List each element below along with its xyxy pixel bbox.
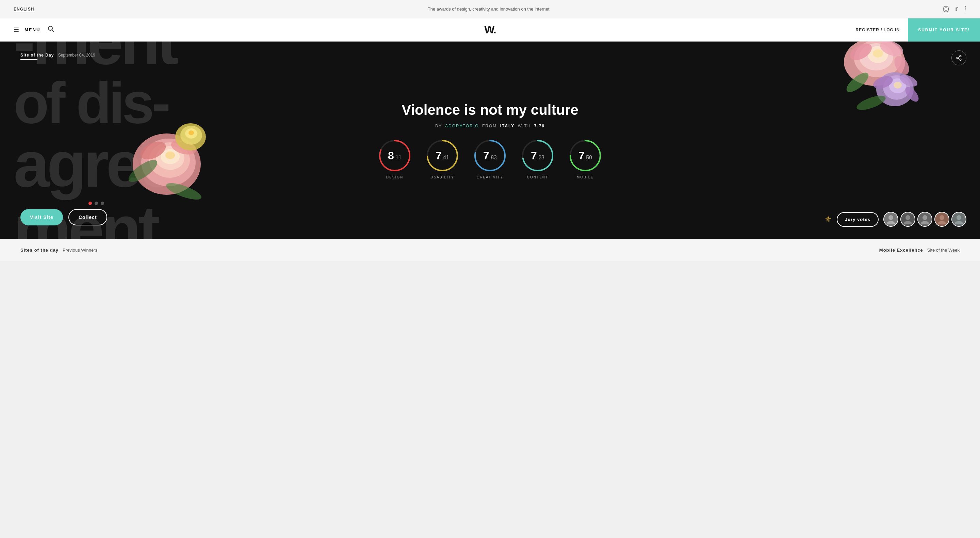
tagline: The awards of design, creativity and inn…: [428, 6, 550, 11]
hero-attribution: BY ADORATORIO FROM ITALY WITH 7.76: [378, 124, 602, 128]
nav-right-actions: REGISTER / LOG IN SUBMIT YOUR SITE!: [856, 18, 966, 42]
with-prefix: WITH: [518, 124, 531, 128]
svg-point-13: [894, 82, 902, 89]
menu-label: MENU: [24, 27, 40, 32]
svg-point-51: [904, 221, 912, 224]
slide-dot-3[interactable]: [101, 201, 104, 205]
score-circle-usability: 7.41: [425, 139, 460, 172]
avatar-4: [934, 212, 950, 227]
avatar-2: [900, 212, 915, 227]
hero-overall-score: 7.76: [534, 124, 545, 128]
svg-point-0: [48, 26, 52, 30]
svg-line-1: [52, 30, 54, 32]
svg-point-34: [956, 57, 958, 59]
flower-decoration-middle: [116, 110, 218, 205]
score-creativity: 7.83 CREATIVITY: [473, 139, 507, 179]
score-circle-creativity: 7.83: [473, 139, 507, 172]
score-value-mobile: 7.50: [579, 149, 592, 162]
score-decimal-design: .11: [394, 154, 401, 160]
svg-point-54: [940, 215, 944, 220]
previous-winners-link[interactable]: Previous Winners: [63, 247, 97, 253]
twitter-icon[interactable]: 𝕣: [955, 5, 958, 13]
from-prefix: FROM: [482, 124, 497, 128]
svg-point-53: [921, 221, 929, 224]
score-usability: 7.41 USABILITY: [425, 139, 460, 179]
score-label-content: CONTENT: [520, 176, 555, 179]
svg-point-30: [189, 131, 194, 135]
score-content: 7.23 CONTENT: [520, 139, 555, 179]
navbar: ☰ MENU W. REGISTER / LOG IN SUBMIT YOUR …: [0, 18, 980, 42]
hero-title: Violence is not my culture: [378, 102, 602, 118]
svg-point-49: [887, 221, 895, 224]
avatar-5: [951, 212, 966, 227]
by-prefix: BY: [435, 124, 442, 128]
score-circles: 8.11 DESIGN 7.41 USABILITY: [378, 139, 602, 179]
score-label-mobile: MOBILE: [568, 176, 602, 179]
svg-point-50: [905, 215, 910, 220]
hero-section: -ment of dis- agree- ment: [0, 42, 980, 239]
score-design: 8.11 DESIGN: [378, 139, 412, 179]
facebook-icon[interactable]: 𝔣: [964, 5, 966, 13]
submit-site-button[interactable]: SUBMIT YOUR SITE!: [908, 18, 980, 42]
logo-area[interactable]: W.: [484, 24, 495, 36]
svg-point-6: [873, 49, 883, 57]
site-of-week-link[interactable]: Site of the Week: [927, 247, 959, 253]
instagram-icon[interactable]: ⓒ: [943, 5, 949, 13]
slide-dot-1[interactable]: [89, 201, 92, 205]
register-login-link[interactable]: REGISTER / LOG IN: [856, 27, 900, 32]
hero-country: ITALY: [500, 124, 515, 128]
jury-votes-area: ⚜ Jury votes: [824, 212, 966, 227]
language-selector[interactable]: ENGLISH: [14, 7, 34, 11]
svg-point-24: [165, 152, 175, 159]
score-value-design: 8.11: [388, 149, 401, 162]
score-decimal-mobile: .50: [585, 154, 592, 160]
score-value-creativity: 7.83: [483, 149, 497, 162]
avatar-3: [917, 212, 932, 227]
score-mobile: 7.50 MOBILE: [568, 139, 602, 179]
score-circle-mobile: 7.50: [568, 139, 602, 172]
score-decimal-creativity: .83: [489, 154, 497, 160]
svg-point-55: [938, 221, 946, 224]
sotd-title: Site of the Day: [21, 53, 54, 57]
jury-avatars: [883, 212, 966, 227]
slide-indicators: [89, 201, 104, 205]
hero-content: Violence is not my culture BY ADORATORIO…: [378, 102, 602, 179]
score-circle-content: 7.23: [520, 139, 555, 172]
svg-point-33: [959, 56, 961, 57]
share-button[interactable]: [951, 50, 966, 65]
sotd-date: September 04, 2019: [58, 53, 95, 57]
sites-of-day-section: Sites of the day Previous Winners: [21, 247, 97, 253]
menu-toggle[interactable]: ☰ MENU: [14, 26, 40, 34]
svg-point-57: [955, 221, 963, 224]
action-buttons: Visit Site Collect: [21, 209, 107, 225]
svg-line-36: [958, 58, 959, 59]
mobile-excellence-label: Mobile Excellence: [879, 247, 923, 253]
slide-dot-2[interactable]: [95, 201, 98, 205]
score-circle-design: 8.11: [378, 139, 412, 172]
score-label-design: DESIGN: [378, 176, 412, 179]
visit-site-button[interactable]: Visit Site: [21, 209, 63, 225]
search-button[interactable]: [48, 26, 54, 34]
svg-line-37: [958, 56, 959, 57]
sites-of-day-label: Sites of the day: [21, 247, 59, 253]
bottom-bar: Sites of the day Previous Winners Mobile…: [0, 239, 980, 261]
jury-votes-button[interactable]: Jury votes: [837, 212, 878, 227]
social-icons: ⓒ 𝕣 𝔣: [943, 5, 966, 13]
score-label-usability: USABILITY: [425, 176, 460, 179]
avatar-1: [883, 212, 898, 227]
score-label-creativity: CREATIVITY: [473, 176, 507, 179]
score-value-content: 7.23: [531, 149, 544, 162]
mobile-excellence-section: Mobile Excellence Site of the Week: [879, 247, 959, 253]
site-of-day-label: Site of the Day September 04, 2019: [21, 52, 95, 60]
svg-point-52: [923, 215, 927, 220]
score-decimal-usability: .41: [442, 154, 449, 160]
svg-point-48: [888, 215, 893, 220]
flower-decoration-top: [789, 42, 919, 137]
score-value-usability: 7.41: [436, 149, 449, 162]
hamburger-icon: ☰: [14, 26, 19, 34]
collect-button[interactable]: Collect: [68, 209, 107, 225]
top-bar: ENGLISH The awards of design, creativity…: [0, 0, 980, 18]
site-logo: W.: [484, 24, 495, 36]
svg-point-56: [956, 215, 961, 220]
hero-author[interactable]: ADORATORIO: [445, 124, 479, 128]
